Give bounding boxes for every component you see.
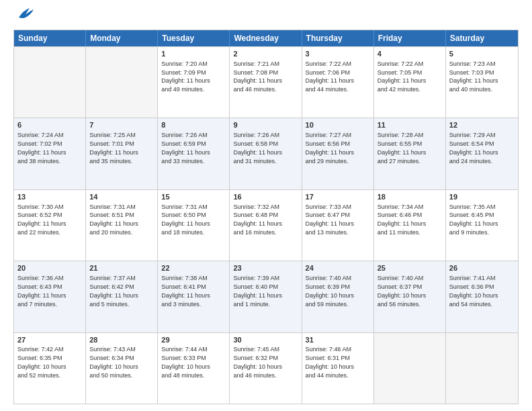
day-number: 25 [378, 263, 442, 273]
day-cell-21: 21Sunrise: 7:37 AM Sunset: 6:42 PM Dayli… [86, 261, 158, 332]
day-cell-1: 1Sunrise: 7:20 AM Sunset: 7:09 PM Daylig… [158, 47, 230, 118]
day-info: Sunrise: 7:31 AM Sunset: 6:50 PM Dayligh… [161, 203, 210, 236]
day-cell-14: 14Sunrise: 7:31 AM Sunset: 6:51 PM Dayli… [86, 190, 158, 261]
day-number: 13 [17, 192, 82, 202]
calendar-row-4: 27Sunrise: 7:42 AM Sunset: 6:35 PM Dayli… [14, 332, 518, 404]
day-info: Sunrise: 7:20 AM Sunset: 7:09 PM Dayligh… [161, 60, 210, 93]
day-number: 1 [161, 49, 226, 59]
weekday-header-monday: Monday [86, 30, 158, 46]
day-info: Sunrise: 7:35 AM Sunset: 6:45 PM Dayligh… [449, 203, 498, 236]
day-number: 26 [449, 263, 515, 273]
day-cell-6: 6Sunrise: 7:24 AM Sunset: 7:02 PM Daylig… [14, 118, 86, 189]
day-cell-12: 12Sunrise: 7:29 AM Sunset: 6:54 PM Dayli… [446, 118, 518, 189]
day-number: 23 [233, 263, 298, 273]
header [13, 11, 519, 24]
day-number: 17 [306, 192, 370, 202]
day-info: Sunrise: 7:34 AM Sunset: 6:46 PM Dayligh… [378, 203, 427, 236]
day-number: 28 [89, 335, 154, 345]
weekday-header-sunday: Sunday [14, 30, 86, 46]
day-number: 15 [161, 192, 226, 202]
day-cell-25: 25Sunrise: 7:40 AM Sunset: 6:37 PM Dayli… [374, 261, 446, 332]
day-number: 9 [233, 120, 298, 130]
day-info: Sunrise: 7:23 AM Sunset: 7:03 PM Dayligh… [449, 60, 498, 93]
day-info: Sunrise: 7:33 AM Sunset: 6:47 PM Dayligh… [306, 203, 355, 236]
calendar-row-3: 20Sunrise: 7:36 AM Sunset: 6:43 PM Dayli… [14, 261, 518, 332]
day-info: Sunrise: 7:43 AM Sunset: 6:34 PM Dayligh… [89, 346, 138, 378]
day-number: 18 [378, 192, 442, 202]
day-info: Sunrise: 7:46 AM Sunset: 6:31 PM Dayligh… [306, 346, 355, 378]
empty-cell-4-5 [374, 333, 446, 404]
calendar-header: SundayMondayTuesdayWednesdayThursdayFrid… [14, 30, 518, 46]
day-info: Sunrise: 7:22 AM Sunset: 7:06 PM Dayligh… [306, 60, 355, 93]
day-cell-31: 31Sunrise: 7:46 AM Sunset: 6:31 PM Dayli… [302, 333, 374, 404]
day-number: 8 [161, 120, 226, 130]
day-cell-29: 29Sunrise: 7:44 AM Sunset: 6:33 PM Dayli… [158, 333, 230, 404]
day-cell-16: 16Sunrise: 7:32 AM Sunset: 6:48 PM Dayli… [230, 190, 302, 261]
day-cell-27: 27Sunrise: 7:42 AM Sunset: 6:35 PM Dayli… [14, 333, 86, 404]
day-number: 11 [378, 120, 442, 130]
calendar-body: 1Sunrise: 7:20 AM Sunset: 7:09 PM Daylig… [14, 46, 518, 404]
calendar-row-1: 6Sunrise: 7:24 AM Sunset: 7:02 PM Daylig… [14, 118, 518, 189]
day-info: Sunrise: 7:29 AM Sunset: 6:54 PM Dayligh… [449, 132, 498, 164]
day-info: Sunrise: 7:22 AM Sunset: 7:05 PM Dayligh… [378, 60, 427, 93]
page: SundayMondayTuesdayWednesdayThursdayFrid… [0, 0, 532, 411]
day-number: 5 [449, 49, 515, 59]
day-number: 16 [233, 192, 298, 202]
day-cell-28: 28Sunrise: 7:43 AM Sunset: 6:34 PM Dayli… [86, 333, 158, 404]
day-info: Sunrise: 7:27 AM Sunset: 6:56 PM Dayligh… [306, 132, 355, 164]
day-number: 20 [17, 263, 82, 273]
day-info: Sunrise: 7:37 AM Sunset: 6:42 PM Dayligh… [89, 275, 138, 307]
day-number: 7 [89, 120, 154, 130]
empty-cell-4-6 [446, 333, 518, 404]
day-cell-5: 5Sunrise: 7:23 AM Sunset: 7:03 PM Daylig… [446, 47, 518, 118]
day-number: 14 [89, 192, 154, 202]
day-info: Sunrise: 7:36 AM Sunset: 6:43 PM Dayligh… [17, 275, 66, 307]
day-cell-22: 22Sunrise: 7:38 AM Sunset: 6:41 PM Dayli… [158, 261, 230, 332]
calendar-row-0: 1Sunrise: 7:20 AM Sunset: 7:09 PM Daylig… [14, 46, 518, 118]
day-cell-19: 19Sunrise: 7:35 AM Sunset: 6:45 PM Dayli… [446, 190, 518, 261]
calendar-row-2: 13Sunrise: 7:30 AM Sunset: 6:52 PM Dayli… [14, 189, 518, 261]
empty-cell-0-1 [86, 47, 158, 118]
day-cell-2: 2Sunrise: 7:21 AM Sunset: 7:08 PM Daylig… [230, 47, 302, 118]
day-number: 2 [233, 49, 298, 59]
day-number: 24 [306, 263, 370, 273]
calendar: SundayMondayTuesdayWednesdayThursdayFrid… [13, 30, 519, 404]
day-info: Sunrise: 7:40 AM Sunset: 6:37 PM Dayligh… [378, 275, 427, 307]
day-info: Sunrise: 7:26 AM Sunset: 6:58 PM Dayligh… [233, 132, 282, 164]
day-cell-23: 23Sunrise: 7:39 AM Sunset: 6:40 PM Dayli… [230, 261, 302, 332]
day-number: 21 [89, 263, 154, 273]
day-cell-10: 10Sunrise: 7:27 AM Sunset: 6:56 PM Dayli… [302, 118, 374, 189]
day-cell-8: 8Sunrise: 7:26 AM Sunset: 6:59 PM Daylig… [158, 118, 230, 189]
day-cell-7: 7Sunrise: 7:25 AM Sunset: 7:01 PM Daylig… [86, 118, 158, 189]
day-info: Sunrise: 7:32 AM Sunset: 6:48 PM Dayligh… [233, 203, 282, 236]
day-info: Sunrise: 7:39 AM Sunset: 6:40 PM Dayligh… [233, 275, 282, 307]
day-number: 27 [17, 335, 82, 345]
day-number: 30 [233, 335, 298, 345]
day-cell-18: 18Sunrise: 7:34 AM Sunset: 6:46 PM Dayli… [374, 190, 446, 261]
day-info: Sunrise: 7:44 AM Sunset: 6:33 PM Dayligh… [161, 346, 210, 378]
day-cell-11: 11Sunrise: 7:28 AM Sunset: 6:55 PM Dayli… [374, 118, 446, 189]
day-cell-24: 24Sunrise: 7:40 AM Sunset: 6:39 PM Dayli… [302, 261, 374, 332]
day-info: Sunrise: 7:30 AM Sunset: 6:52 PM Dayligh… [17, 203, 66, 236]
day-cell-17: 17Sunrise: 7:33 AM Sunset: 6:47 PM Dayli… [302, 190, 374, 261]
day-info: Sunrise: 7:31 AM Sunset: 6:51 PM Dayligh… [89, 203, 138, 236]
day-cell-15: 15Sunrise: 7:31 AM Sunset: 6:50 PM Dayli… [158, 190, 230, 261]
day-number: 19 [449, 192, 515, 202]
day-cell-20: 20Sunrise: 7:36 AM Sunset: 6:43 PM Dayli… [14, 261, 86, 332]
weekday-header-saturday: Saturday [446, 30, 518, 46]
day-cell-4: 4Sunrise: 7:22 AM Sunset: 7:05 PM Daylig… [374, 47, 446, 118]
day-number: 31 [306, 335, 370, 345]
day-info: Sunrise: 7:42 AM Sunset: 6:35 PM Dayligh… [17, 346, 66, 378]
day-cell-30: 30Sunrise: 7:45 AM Sunset: 6:32 PM Dayli… [230, 333, 302, 404]
day-cell-3: 3Sunrise: 7:22 AM Sunset: 7:06 PM Daylig… [302, 47, 374, 118]
weekday-header-thursday: Thursday [302, 30, 374, 46]
day-info: Sunrise: 7:38 AM Sunset: 6:41 PM Dayligh… [161, 275, 210, 307]
logo [13, 11, 35, 24]
day-number: 6 [17, 120, 82, 130]
day-info: Sunrise: 7:21 AM Sunset: 7:08 PM Dayligh… [233, 60, 282, 93]
day-number: 29 [161, 335, 226, 345]
logo-bird-icon [16, 5, 35, 20]
day-cell-26: 26Sunrise: 7:41 AM Sunset: 6:36 PM Dayli… [446, 261, 518, 332]
day-cell-9: 9Sunrise: 7:26 AM Sunset: 6:58 PM Daylig… [230, 118, 302, 189]
day-info: Sunrise: 7:45 AM Sunset: 6:32 PM Dayligh… [233, 346, 282, 378]
